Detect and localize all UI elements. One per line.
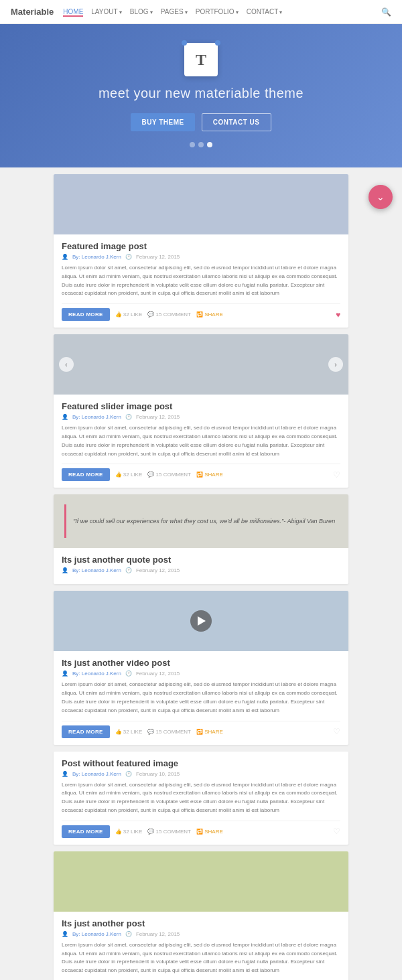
clock-icon-1: 🕐 [125, 254, 132, 260]
post-meta-5: 👤 By: Leonardo J.Kern 🕐 February 10, 201… [62, 771, 340, 777]
nav-pages[interactable]: PAGES [161, 7, 188, 17]
hero-title: meet your new materiable theme [98, 86, 304, 101]
heart-icon-4[interactable]: ♡ [333, 727, 340, 736]
comments-2: 💬 15 COMMENT [147, 472, 191, 478]
post-excerpt-6: Lorem ipsum dolor sit amet, consectetur … [62, 941, 340, 975]
nav-blog[interactable]: BLOG [130, 7, 153, 17]
search-icon[interactable]: 🔍 [381, 7, 391, 17]
post-excerpt-1: Lorem ipsum dolor sit amet, consectetur … [62, 264, 340, 298]
post-excerpt-4: Lorem ipsum dolor sit amet, consectetur … [62, 681, 340, 715]
comments-1: 💬 15 COMMENT [147, 311, 191, 318]
post-meta-6: 👤 By: Leonardo J.Kern 🕐 February 12, 201… [62, 931, 340, 937]
post-date-1: February 12, 2015 [136, 254, 180, 260]
play-button[interactable] [190, 610, 212, 632]
post-no-image: Post without featured image 👤 By: Leonar… [54, 752, 348, 845]
post-title-2: Featured slider image post [62, 401, 340, 411]
post-body-3: Its just another quote post 👤 By: Leonar… [54, 548, 348, 584]
post-quote: "If we could sell our experiences for wh… [54, 494, 348, 584]
slider-prev[interactable]: ‹ [59, 357, 74, 372]
post-author-6[interactable]: By: Leonardo J.Kern [72, 931, 121, 937]
dot-2[interactable] [198, 142, 204, 147]
post-excerpt-2: Lorem ipsum dolor sit amet, consectetur … [62, 424, 340, 458]
person-icon-5: 👤 [62, 771, 68, 777]
post-author-2[interactable]: By: Leonardo J.Kern [72, 414, 121, 420]
post-featured-image: Featured image post 👤 By: Leonardo J.Ker… [54, 174, 348, 328]
post-title-1: Featured image post [62, 241, 340, 251]
brand-logo: Materiable [11, 7, 54, 17]
post-body-4: Its just another video post 👤 By: Leonar… [54, 651, 348, 744]
person-icon-4: 👤 [62, 671, 68, 677]
post-title-6: Its just another post [62, 918, 340, 928]
heart-icon-2[interactable]: ♡ [333, 470, 340, 480]
clock-icon-3: 🕐 [125, 567, 132, 573]
dot-1[interactable] [190, 142, 195, 147]
likes-5: 👍 32 LIKE [115, 829, 143, 835]
post-meta-2: 👤 By: Leonardo J.Kern 🕐 February 12, 201… [62, 414, 340, 420]
post-date-6: February 12, 2015 [136, 931, 180, 937]
navbar: Materiable HOME LAYOUT BLOG PAGES PORTFO… [0, 0, 402, 24]
post-body-6: Its just another post 👤 By: Leonardo J.K… [54, 912, 348, 980]
post-actions-1: READ MORE 👍 32 LIKE 💬 15 COMMENT 🔁 SHARE… [62, 303, 340, 321]
post-date-2: February 12, 2015 [136, 414, 180, 420]
person-icon-2: 👤 [62, 414, 68, 420]
post-video: Its just another video post 👤 By: Leonar… [54, 591, 348, 744]
post-body-1: Featured image post 👤 By: Leonardo J.Ker… [54, 234, 348, 328]
dot-3[interactable] [207, 142, 212, 147]
heart-icon-1[interactable]: ♥ [336, 310, 340, 320]
post-date-4: February 12, 2015 [136, 671, 180, 677]
likes-4: 👍 32 LIKE [115, 729, 143, 735]
nav-contact[interactable]: CONTACT [247, 7, 283, 17]
post-meta-3: 👤 By: Leonardo J.Kern 🕐 February 12, 201… [62, 567, 340, 573]
heart-icon-5[interactable]: ♡ [333, 827, 340, 836]
slider-container: ‹ › [54, 334, 348, 395]
post-green: Its just another post 👤 By: Leonardo J.K… [54, 851, 348, 980]
video-container [54, 591, 348, 651]
read-more-btn-4[interactable]: READ MORE [62, 725, 110, 738]
post-actions-4: READ MORE 👍 32 LIKE 💬 15 COMMENT 🔁 SHARE… [62, 721, 340, 738]
featured-image [54, 174, 348, 234]
comments-4: 💬 15 COMMENT [147, 729, 191, 735]
post-excerpt-5: Lorem ipsum dolor sit amet, consectetur … [62, 781, 340, 815]
quote-text: "If we could sell our experiences for wh… [73, 517, 335, 527]
post-meta-4: 👤 By: Leonardo J.Kern 🕐 February 12, 201… [62, 671, 340, 677]
play-triangle-icon [198, 616, 206, 626]
buy-theme-button[interactable]: BUY THEME [131, 113, 194, 131]
share-5[interactable]: 🔁 SHARE [196, 829, 223, 835]
likes-1: 👍 32 LIKE [115, 311, 143, 318]
read-more-btn-1[interactable]: READ MORE [62, 308, 110, 321]
hero-section: T meet your new materiable theme BUY THE… [0, 24, 402, 167]
read-more-btn-2[interactable]: READ MORE [62, 468, 110, 481]
nav-portfolio[interactable]: PORTFOLIO [196, 7, 239, 17]
slider-next[interactable]: › [328, 357, 343, 372]
person-icon-3: 👤 [62, 567, 68, 573]
quote-bar [64, 504, 66, 538]
post-body-5: Post without featured image 👤 By: Leonar… [54, 752, 348, 845]
post-date-3: February 12, 2015 [136, 567, 180, 573]
post-meta-1: 👤 By: Leonardo J.Kern 🕐 February 12, 201… [62, 254, 340, 260]
nav-links: HOME LAYOUT BLOG PAGES PORTFOLIO CONTACT [63, 7, 381, 17]
likes-2: 👍 32 LIKE [115, 472, 143, 478]
post-author-3[interactable]: By: Leonardo J.Kern [72, 567, 121, 573]
scroll-fab[interactable]: ⌄ [368, 185, 393, 209]
read-more-btn-5[interactable]: READ MORE [62, 825, 110, 838]
share-1[interactable]: 🔁 SHARE [196, 311, 223, 318]
post-title-3: Its just another quote post [62, 555, 340, 565]
quote-container: "If we could sell our experiences for wh… [54, 494, 348, 548]
clock-icon-4: 🕐 [125, 671, 132, 677]
nav-home[interactable]: HOME [63, 7, 83, 17]
post-author-4[interactable]: By: Leonardo J.Kern [72, 671, 121, 677]
hero-buttons: BUY THEME CONTACT US [131, 113, 271, 131]
person-icon-6: 👤 [62, 931, 68, 937]
post-author-1[interactable]: By: Leonardo J.Kern [72, 254, 121, 260]
content-area: ⌄ Featured image post 👤 By: Leonardo J.K… [0, 174, 402, 980]
post-author-5[interactable]: By: Leonardo J.Kern [72, 771, 121, 777]
share-2[interactable]: 🔁 SHARE [196, 472, 223, 478]
nav-layout[interactable]: LAYOUT [91, 7, 122, 17]
post-slider: ‹ › Featured slider image post 👤 By: Leo… [54, 334, 348, 488]
comments-5: 💬 15 COMMENT [147, 829, 191, 835]
share-4[interactable]: 🔁 SHARE [196, 729, 223, 735]
clock-icon-2: 🕐 [125, 414, 132, 420]
clock-icon-6: 🕐 [125, 931, 132, 937]
contact-us-button[interactable]: CONTACT US [202, 113, 271, 131]
hero-logo-icon: T [184, 43, 218, 76]
